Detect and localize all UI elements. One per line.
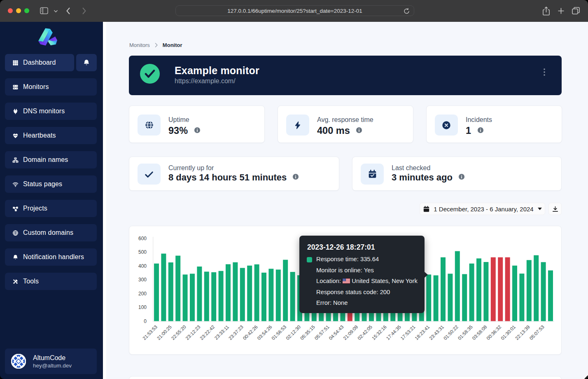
svg-text:01:30:01: 01:30:01 — [500, 324, 516, 341]
svg-text:05:07:53: 05:07:53 — [529, 324, 545, 341]
svg-text:400: 400 — [138, 263, 147, 269]
svg-text:17:44:35: 17:44:35 — [385, 324, 402, 341]
svg-text:23:22:42: 23:22:42 — [199, 324, 215, 341]
svg-text:03:54:26: 03:54:26 — [257, 324, 273, 341]
svg-text:05:57:51: 05:57:51 — [314, 324, 330, 341]
svg-text:23:37:23: 23:37:23 — [228, 324, 244, 341]
svg-text:600: 600 — [138, 236, 147, 241]
svg-text:21:09:09: 21:09:09 — [342, 324, 359, 341]
svg-text:15:32:16: 15:32:16 — [371, 324, 387, 341]
svg-text:22:13:39: 22:13:39 — [514, 324, 531, 341]
svg-text:23:43:31: 23:43:31 — [428, 324, 445, 341]
svg-text:01:50:22: 01:50:22 — [443, 324, 459, 341]
svg-text:500: 500 — [138, 249, 147, 255]
svg-text:300: 300 — [138, 277, 147, 283]
svg-text:100: 100 — [138, 304, 147, 310]
svg-text:00:36:32: 00:36:32 — [485, 324, 502, 341]
svg-text:200: 200 — [138, 291, 147, 297]
svg-text:17:53:21: 17:53:21 — [400, 324, 416, 341]
svg-text:21:53:53: 21:53:53 — [142, 324, 158, 341]
svg-text:03:58:08: 03:58:08 — [471, 324, 488, 341]
svg-text:00:42:26: 00:42:26 — [242, 324, 259, 341]
svg-text:21:00:25: 21:00:25 — [156, 324, 173, 341]
svg-text:04:54:43: 04:54:43 — [328, 324, 345, 341]
svg-text:05:35:15: 05:35:15 — [299, 324, 316, 341]
svg-text:02:12:30: 02:12:30 — [285, 324, 301, 341]
svg-text:22:55:20: 22:55:20 — [170, 324, 187, 341]
svg-text:18:23:41: 18:23:41 — [414, 324, 430, 341]
svg-text:23:33:11: 23:33:11 — [214, 324, 230, 341]
svg-text:23:12:23: 23:12:23 — [185, 324, 201, 341]
svg-text:02:42:05: 02:42:05 — [357, 324, 373, 341]
svg-text:01:58:35: 01:58:35 — [457, 324, 474, 341]
svg-text:01:56:53: 01:56:53 — [271, 324, 287, 341]
svg-text:0: 0 — [144, 318, 147, 324]
